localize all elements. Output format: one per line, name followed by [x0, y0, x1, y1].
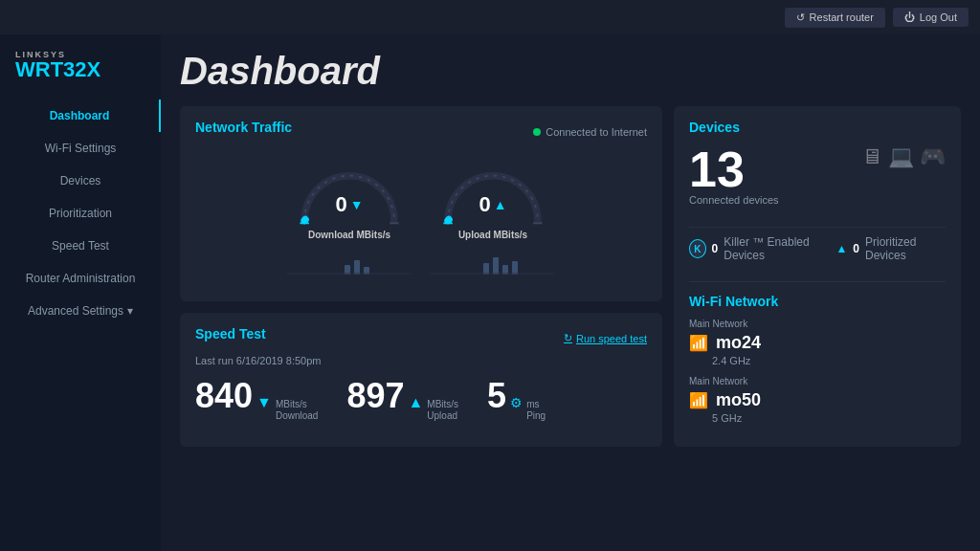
killer-count: 0	[712, 242, 719, 255]
logo-32x: 32X	[63, 57, 100, 81]
devices-top: 13 Connected devices 🖥 💻 🎮	[689, 144, 946, 219]
upload-value: 0 ▲	[479, 192, 506, 217]
speed-test-card: Speed Test ↻ Run speed test Last run 6/1…	[180, 313, 662, 448]
killer-label: Killer ™ Enabled Devices	[724, 235, 835, 262]
ping-value: 5	[487, 376, 506, 416]
devices-count: 13	[689, 144, 779, 194]
dashboard-grid: Network Traffic Connected to Internet	[180, 106, 961, 447]
prioritized-count: 0	[853, 242, 859, 255]
devices-icon-group: 🖥 💻 🎮	[861, 144, 946, 169]
download-speed-unit: MBits/s	[276, 399, 318, 410]
upload-text: Upload	[458, 230, 494, 240]
run-speed-test-button[interactable]: ↻ Run speed test	[564, 332, 647, 344]
ping-result: 5 ⚙ ms Ping	[487, 376, 546, 421]
logo-wrt: WRT	[15, 57, 63, 81]
upload-speed-arrow-icon: ▲	[408, 394, 423, 411]
wifi-2-name-row: 📶 mo50	[689, 390, 946, 410]
sidebar-item-prioritization[interactable]: Prioritization	[0, 197, 161, 230]
wifi-1-icon: 📶	[689, 334, 708, 352]
sidebar-item-devices[interactable]: Devices	[0, 165, 161, 197]
topbar: ↺ Restart router ⏻ Log Out	[0, 0, 980, 34]
gamepad-icon: 🎮	[920, 144, 946, 169]
download-arrow-icon: ▼	[350, 197, 364, 212]
wifi-network-1: Main Network 📶 mo24 2.4 GHz	[689, 319, 946, 366]
ping-unit: ms	[526, 399, 546, 410]
sidebar-item-wifi-settings[interactable]: Wi-Fi Settings	[0, 132, 161, 165]
restart-icon: ↺	[796, 11, 805, 24]
network-traffic-card: Network Traffic Connected to Internet	[180, 106, 662, 301]
restart-label: Restart router	[810, 11, 874, 23]
connected-devices-label: Connected devices	[689, 194, 779, 206]
main-layout: LINKSYS WRT32X Dashboard Wi-Fi Settings …	[0, 34, 980, 551]
gauges-row: 0 ▼ Download MBits/s	[195, 156, 647, 275]
upload-gauge: 0 ▲ Upload MBits/s	[431, 156, 555, 275]
run-speed-label: Run speed test	[576, 333, 647, 344]
logout-label: Log Out	[920, 11, 957, 23]
upload-unit: MBits/s	[494, 230, 528, 240]
sidebar-nav: Dashboard Wi-Fi Settings Devices Priorit…	[0, 99, 161, 327]
ping-label: Ping	[526, 410, 546, 421]
connected-label: Connected to Internet	[546, 126, 647, 138]
logo-model: WRT32X	[15, 59, 145, 80]
sidebar-item-dashboard[interactable]: Dashboard	[0, 99, 161, 132]
prioritized-arrow-icon: ▲	[835, 242, 847, 255]
upload-label: Upload MBits/s	[458, 230, 527, 240]
download-label: Download MBits/s	[308, 230, 390, 240]
desktop-icon: 🖥	[861, 144, 882, 169]
download-text: Download	[308, 230, 357, 240]
sidebar-item-speed-test[interactable]: Speed Test	[0, 230, 161, 262]
wifi-2-icon: 📶	[689, 391, 708, 409]
upload-arrow-icon: ▲	[494, 197, 507, 212]
connected-indicator: Connected to Internet	[533, 126, 647, 138]
speed-results: 840 ▼ MBits/s Download 897 ▲ MBits/s	[195, 376, 647, 421]
upload-unit-col: MBits/s Upload	[427, 399, 458, 421]
nt-header: Network Traffic Connected to Internet	[195, 120, 647, 144]
svg-rect-11	[512, 261, 518, 275]
main-content: Dashboard Network Traffic Connected to I…	[161, 34, 980, 551]
download-speed-value: 840	[195, 376, 253, 416]
devices-title: Devices	[689, 120, 946, 135]
speed-test-header: Speed Test ↻ Run speed test	[195, 326, 647, 351]
download-speed-arrow-icon: ▼	[256, 394, 272, 411]
logo-area: LINKSYS WRT32X	[0, 50, 161, 99]
connected-dot	[533, 128, 541, 136]
page-title: Dashboard	[180, 50, 961, 93]
logout-icon: ⏻	[904, 11, 915, 23]
network-traffic-title: Network Traffic	[195, 120, 292, 135]
download-speed-type: Download	[276, 410, 318, 421]
download-number: 0	[335, 192, 346, 217]
wifi-1-name: mo24	[716, 333, 761, 353]
sidebar-item-advanced-settings[interactable]: Advanced Settings ▾	[0, 295, 161, 327]
restart-router-button[interactable]: ↺ Restart router	[785, 8, 885, 28]
prioritized-devices-stat: ▲ 0 Prioritized Devices	[835, 235, 946, 262]
last-run-info: Last run 6/16/2019 8:50pm	[195, 355, 647, 366]
wifi-2-name: mo50	[716, 390, 761, 410]
wifi-1-freq: 2.4 GHz	[689, 355, 946, 366]
upload-speed-type: Upload	[427, 410, 458, 421]
wifi-2-label: Main Network	[689, 376, 946, 386]
logout-button[interactable]: ⏻ Log Out	[893, 8, 969, 27]
laptop-icon: 💻	[888, 144, 914, 169]
devices-card: Devices 13 Connected devices 🖥 💻 🎮 K	[674, 106, 961, 447]
upload-number: 0	[479, 192, 490, 217]
refresh-icon: ↻	[564, 332, 572, 344]
ping-unit-col: ms Ping	[526, 399, 546, 421]
wifi-section: Wi-Fi Network Main Network 📶 mo24 2.4 GH…	[689, 281, 946, 433]
upload-mini-chart	[431, 246, 555, 275]
wifi-1-label: Main Network	[689, 319, 946, 329]
download-mini-chart	[287, 246, 412, 275]
ping-icon: ⚙	[510, 395, 523, 410]
devices-count-block: 13 Connected devices	[689, 144, 779, 219]
svg-rect-3	[354, 260, 360, 275]
upload-speed-value: 897	[346, 376, 404, 416]
speed-test-title: Speed Test	[195, 326, 266, 342]
wifi-2-freq: 5 GHz	[689, 412, 946, 424]
sidebar-item-router-admin[interactable]: Router Administration	[0, 262, 161, 295]
svg-rect-8	[483, 263, 489, 275]
download-unit-col: MBits/s Download	[276, 399, 318, 421]
upload-result: 897 ▲ MBits/s Upload	[346, 376, 458, 421]
sidebar: LINKSYS WRT32X Dashboard Wi-Fi Settings …	[0, 34, 161, 551]
prioritized-label: Prioritized Devices	[865, 235, 946, 262]
advanced-settings-label: Advanced Settings	[28, 304, 123, 318]
svg-rect-9	[493, 257, 499, 275]
